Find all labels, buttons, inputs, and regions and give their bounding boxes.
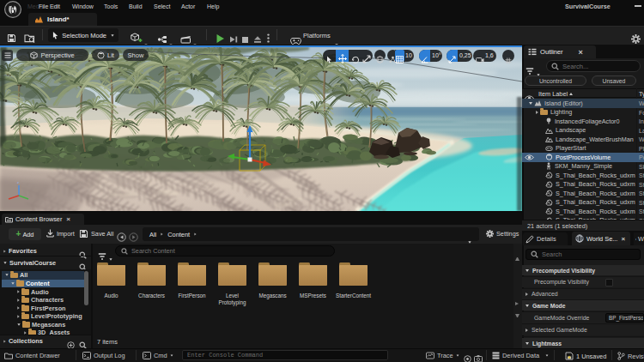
svg-text:z: z [17, 180, 19, 184]
